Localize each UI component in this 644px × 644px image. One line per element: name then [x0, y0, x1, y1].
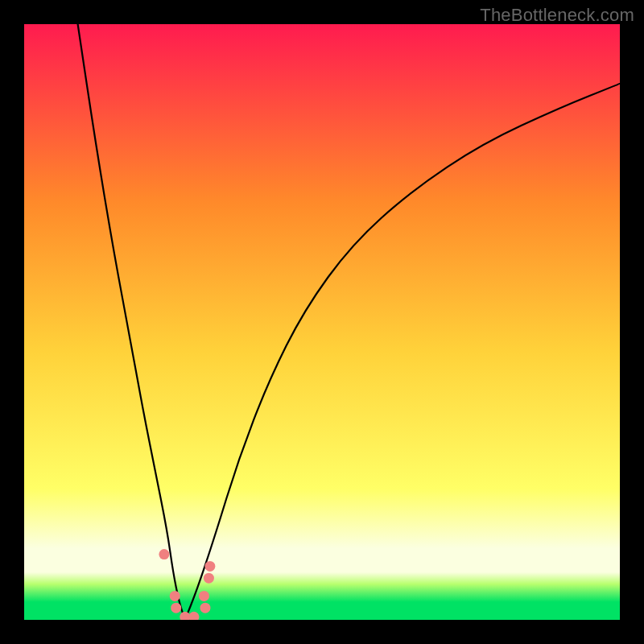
- data-dot: [204, 561, 215, 572]
- data-dot: [199, 591, 209, 601]
- chart-frame: TheBottleneck.com: [0, 0, 644, 644]
- data-dot: [171, 603, 181, 613]
- data-dot: [204, 573, 214, 584]
- plot-area: [24, 24, 620, 620]
- watermark-text: TheBottleneck.com: [480, 5, 634, 26]
- data-dot: [200, 603, 210, 613]
- svg-rect-0: [24, 24, 620, 620]
- data-dot: [170, 591, 180, 601]
- chart-svg: [24, 24, 620, 620]
- data-dot: [159, 549, 169, 559]
